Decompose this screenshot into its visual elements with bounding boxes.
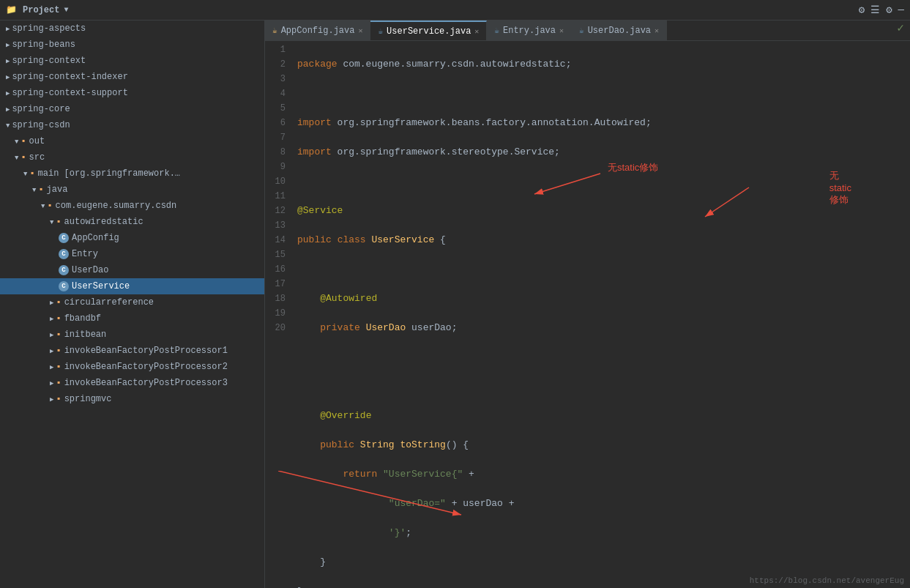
sidebar-item-fbandbf[interactable]: ▪ fbandbf [0,310,264,327]
line-numbers: 12345 678910 1112131415 1617181920 [265,41,291,588]
settings-icon[interactable]: ⚙ [859,4,865,16]
sidebar-item-label: initbean [64,330,107,340]
tab-label-userdao: UserDao.java [588,26,651,36]
code-line-18: } [297,555,910,570]
sidebar-item-spring-core[interactable]: spring-core [0,101,264,117]
minimize-icon[interactable]: — [898,4,904,16]
sidebar-item-label: main [org.springframework.spring-csdn.m.… [38,168,184,179]
gear-icon[interactable]: ⚙ [886,4,892,16]
sidebar-scroll[interactable]: spring-aspects spring-beans spring-conte… [0,21,264,588]
tab-userdao[interactable]: ☕ UserDao.java ✕ [572,21,667,40]
sidebar-item-spring-beans[interactable]: spring-beans [0,37,264,53]
folder-icon-inv2: ▪ [56,362,61,372]
sidebar-item-circularreference[interactable]: ▪ circularreference [0,294,264,310]
tab-close-entry[interactable]: ✕ [559,26,564,35]
sidebar-item-label: com.eugene.sumarry.csdn [56,201,177,211]
tab-close-userservice[interactable]: ✕ [474,27,479,36]
sidebar-item-autowiredstatic[interactable]: ▪ autowiredstatic [0,214,264,230]
code-line-8 [297,262,910,277]
tab-close-userdao[interactable]: ✕ [654,26,659,35]
sidebar-item-appconfig[interactable]: C AppConfig [0,230,264,246]
sidebar-item-label: invokeBeanFactoryPostProcessor3 [64,378,228,388]
folder-icon-inv3: ▪ [56,378,61,388]
project-folder-icon: 📁 [6,4,17,15]
bottom-url: https://blog.csdn.net/avengerEug [750,576,904,585]
editor-bottom-container: ☕ AppConfig.java ✕ ☕ UserService.java ✕ … [265,21,910,588]
sidebar-item-label: invokeBeanFactoryPostProcessor1 [64,346,228,356]
folder-icon-inv1: ▪ [56,346,61,356]
sidebar-item-userservice[interactable]: C UserService [0,278,264,294]
sidebar-item-out[interactable]: ▪ out [0,133,264,149]
folder-icon-auto: ▪ [56,217,61,227]
sidebar-item-invoke2[interactable]: ▪ invokeBeanFactoryPostProcessor2 [0,359,264,375]
sidebar-item-main[interactable]: ▪ main [org.springframework.spring-csdn.… [0,165,264,182]
sidebar-item-invoke3[interactable]: ▪ invokeBeanFactoryPostProcessor3 [0,375,264,391]
code-line-9: @Autowired [297,291,910,306]
tab-label-userservice: UserService.java [387,26,471,37]
tab-label-entry: Entry.java [503,26,556,36]
code-line-3: import org.springframework.beans.factory… [297,116,910,130]
sidebar-item-spring-context-indexer[interactable]: spring-context-indexer [0,69,264,85]
sidebar-item-label: Entry [72,249,98,259]
project-dropdown-icon[interactable]: ▼ [64,6,68,14]
code-editor[interactable]: 12345 678910 1112131415 1617181920 packa… [265,41,910,588]
folder-icon-fban: ▪ [56,313,61,324]
tab-icon-userservice: ☕ [378,26,383,36]
code-line-17: '}'; [297,526,910,540]
project-title: 📁 Project ▼ [6,4,68,15]
code-line-10: private UserDao userDao; [297,321,910,335]
sidebar-item-spring-csdn[interactable]: spring-csdn [0,117,264,133]
check-icon: ✓ [897,21,910,40]
tab-close-appconfig[interactable]: ✕ [358,26,362,35]
sidebar-item-label: java [47,185,68,195]
arrow-svg [690,173,851,231]
folder-icon-init: ▪ [56,330,61,340]
sidebar-item-src[interactable]: ▪ src [0,149,264,165]
code-line-2 [297,86,910,101]
tab-icon-appconfig: ☕ [272,26,277,35]
collapse-icon[interactable]: ☰ [870,4,880,16]
sidebar-item-userdao[interactable]: C UserDao [0,262,264,278]
sidebar-item-label: spring-context-indexer [12,72,127,82]
tab-icon-userdao: ☕ [579,26,584,35]
tab-entry[interactable]: ☕ Entry.java ✕ [487,21,572,40]
sidebar-item-label: fbandbf [64,313,101,324]
class-icon-entry: C [59,249,69,259]
code-line-12 [297,379,910,394]
tab-label-appconfig: AppConfig.java [281,26,355,36]
code-content[interactable]: package com.eugene.sumarry.csdn.autowire… [291,41,910,588]
folder-icon-src: ▪ [20,152,26,163]
annotation-text: 无static修饰 [829,169,851,206]
sidebar-item-label: autowiredstatic [64,217,143,227]
sidebar-item-label: UserDao [72,265,108,275]
sidebar-item-label: spring-beans [12,40,75,50]
sidebar-item-java[interactable]: ▪ java [0,182,264,198]
sidebar-item-invoke1[interactable]: ▪ invokeBeanFactoryPostProcessor1 [0,343,264,359]
class-icon-userservice: C [59,281,69,291]
sidebar-item-label: spring-csdn [12,120,70,130]
sidebar-item-initbean[interactable]: ▪ initbean [0,327,264,343]
sidebar-item-label: src [29,152,45,163]
sidebar-item-label: AppConfig [72,233,119,243]
tab-userservice[interactable]: ☕ UserService.java ✕ [370,21,487,40]
folder-icon-main: ▪ [29,168,34,179]
sidebar-item-springmvc[interactable]: ▪ springmvc [0,391,264,407]
sidebar-item-label: invokeBeanFactoryPostProcessor2 [64,362,228,372]
folder-icon-java: ▪ [38,185,43,195]
sidebar-item-spring-context[interactable]: spring-context [0,53,264,69]
sidebar-item-label: spring-core [12,104,70,114]
sidebar-item-label: circularreference [64,297,154,308]
sidebar-item-spring-context-support[interactable]: spring-context-support [0,85,264,101]
sidebar-item-label: spring-context [12,56,86,66]
sidebar-item-spring-aspects[interactable]: spring-aspects [0,21,264,37]
tab-appconfig[interactable]: ☕ AppConfig.java ✕ [265,21,370,40]
sidebar-item-com-eugene[interactable]: ▪ com.eugene.sumarry.csdn [0,198,264,214]
code-line-1: package com.eugene.sumarry.csdn.autowire… [297,57,910,72]
sidebar-item-entry[interactable]: C Entry [0,246,264,262]
sidebar-item-label: springmvc [64,394,112,404]
sidebar-item-label: UserService [72,281,130,291]
code-line-15: return "UserService{" + [297,467,910,482]
main-layout: spring-aspects spring-beans spring-conte… [0,21,910,588]
svg-line-1 [705,187,749,217]
code-line-4: import org.springframework.stereotype.Se… [297,145,910,160]
